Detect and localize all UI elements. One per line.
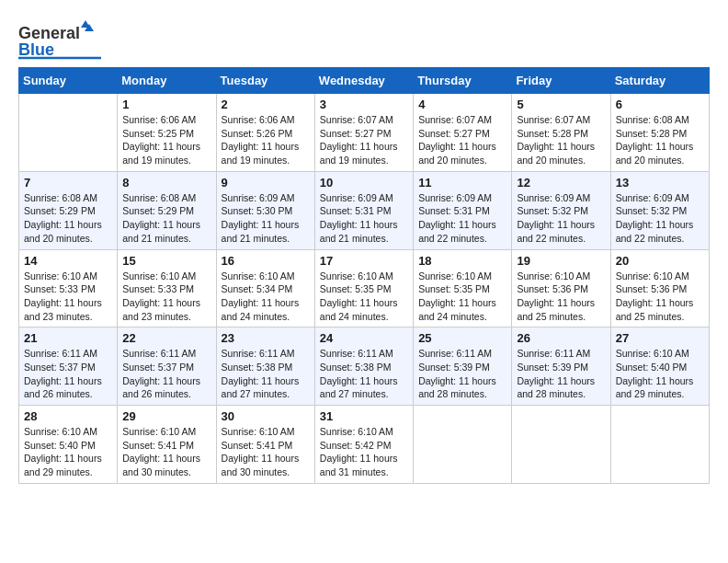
- calendar-cell: 6Sunrise: 6:08 AMSunset: 5:28 PMDaylight…: [610, 94, 709, 172]
- day-number: 11: [418, 176, 506, 190]
- calendar-cell: 4Sunrise: 6:07 AMSunset: 5:27 PMDaylight…: [414, 94, 512, 172]
- day-number: 28: [24, 409, 112, 423]
- day-number: 25: [418, 331, 506, 345]
- calendar-cell: 2Sunrise: 6:06 AMSunset: 5:26 PMDaylight…: [216, 94, 314, 172]
- svg-text:General: General: [18, 24, 80, 42]
- day-number: 26: [517, 331, 605, 345]
- day-info: Sunrise: 6:10 AMSunset: 5:34 PMDaylight:…: [222, 270, 310, 324]
- col-header-saturday: Saturday: [610, 68, 709, 94]
- page-header: General Blue: [18, 18, 710, 60]
- calendar-cell: 23Sunrise: 6:11 AMSunset: 5:38 PMDayligh…: [216, 327, 314, 406]
- day-info: Sunrise: 6:10 AMSunset: 5:33 PMDaylight:…: [122, 270, 210, 324]
- calendar-cell: 24Sunrise: 6:11 AMSunset: 5:38 PMDayligh…: [314, 327, 413, 406]
- day-number: 13: [616, 176, 704, 190]
- calendar-cell: [610, 406, 709, 484]
- calendar-cell: 17Sunrise: 6:10 AMSunset: 5:35 PMDayligh…: [314, 249, 413, 327]
- day-info: Sunrise: 6:07 AMSunset: 5:27 PMDaylight:…: [320, 113, 408, 167]
- day-info: Sunrise: 6:11 AMSunset: 5:39 PMDaylight:…: [517, 347, 605, 401]
- calendar-cell: [512, 406, 610, 484]
- day-number: 7: [24, 176, 112, 190]
- day-number: 21: [24, 331, 112, 345]
- day-number: 30: [222, 409, 310, 423]
- calendar-cell: 30Sunrise: 6:10 AMSunset: 5:41 PMDayligh…: [216, 406, 314, 484]
- day-number: 12: [517, 176, 605, 190]
- day-number: 6: [616, 98, 704, 111]
- day-info: Sunrise: 6:11 AMSunset: 5:37 PMDaylight:…: [122, 347, 210, 401]
- day-info: Sunrise: 6:08 AMSunset: 5:29 PMDaylight:…: [24, 191, 112, 246]
- day-number: 15: [122, 254, 210, 268]
- day-info: Sunrise: 6:11 AMSunset: 5:38 PMDaylight:…: [222, 347, 310, 401]
- day-number: 17: [320, 254, 408, 268]
- day-number: 31: [320, 409, 408, 423]
- calendar-header-row: SundayMondayTuesdayWednesdayThursdayFrid…: [19, 68, 710, 94]
- logo-svg: General Blue: [18, 18, 101, 60]
- calendar-cell: 3Sunrise: 6:07 AMSunset: 5:27 PMDaylight…: [314, 94, 413, 172]
- calendar-week-4: 21Sunrise: 6:11 AMSunset: 5:37 PMDayligh…: [19, 327, 710, 406]
- calendar-cell: 16Sunrise: 6:10 AMSunset: 5:34 PMDayligh…: [216, 249, 314, 327]
- day-number: 3: [320, 98, 408, 111]
- day-number: 18: [418, 254, 506, 268]
- calendar-cell: 14Sunrise: 6:10 AMSunset: 5:33 PMDayligh…: [19, 249, 118, 327]
- calendar-cell: 25Sunrise: 6:11 AMSunset: 5:39 PMDayligh…: [414, 327, 512, 406]
- calendar-week-2: 7Sunrise: 6:08 AMSunset: 5:29 PMDaylight…: [19, 171, 710, 249]
- calendar-cell: 15Sunrise: 6:10 AMSunset: 5:33 PMDayligh…: [118, 249, 216, 327]
- calendar-week-3: 14Sunrise: 6:10 AMSunset: 5:33 PMDayligh…: [19, 249, 710, 327]
- calendar-week-5: 28Sunrise: 6:10 AMSunset: 5:40 PMDayligh…: [19, 406, 710, 484]
- calendar-cell: 9Sunrise: 6:09 AMSunset: 5:30 PMDaylight…: [216, 171, 314, 249]
- day-number: 23: [222, 331, 310, 345]
- day-number: 10: [320, 176, 408, 190]
- day-info: Sunrise: 6:10 AMSunset: 5:36 PMDaylight:…: [616, 270, 704, 324]
- day-info: Sunrise: 6:10 AMSunset: 5:40 PMDaylight:…: [24, 425, 112, 479]
- calendar-cell: 13Sunrise: 6:09 AMSunset: 5:32 PMDayligh…: [610, 171, 709, 249]
- day-info: Sunrise: 6:10 AMSunset: 5:41 PMDaylight:…: [122, 425, 210, 479]
- calendar-cell: 12Sunrise: 6:09 AMSunset: 5:32 PMDayligh…: [512, 171, 610, 249]
- day-info: Sunrise: 6:08 AMSunset: 5:29 PMDaylight:…: [122, 191, 210, 246]
- day-number: 19: [517, 254, 605, 268]
- calendar-cell: 26Sunrise: 6:11 AMSunset: 5:39 PMDayligh…: [512, 327, 610, 406]
- calendar-cell: 18Sunrise: 6:10 AMSunset: 5:35 PMDayligh…: [414, 249, 512, 327]
- calendar-body: 1Sunrise: 6:06 AMSunset: 5:25 PMDaylight…: [19, 94, 710, 484]
- calendar-cell: [414, 406, 512, 484]
- calendar-cell: 11Sunrise: 6:09 AMSunset: 5:31 PMDayligh…: [414, 171, 512, 249]
- calendar-cell: 5Sunrise: 6:07 AMSunset: 5:28 PMDaylight…: [512, 94, 610, 172]
- calendar-cell: 28Sunrise: 6:10 AMSunset: 5:40 PMDayligh…: [19, 406, 118, 484]
- calendar-cell: 7Sunrise: 6:08 AMSunset: 5:29 PMDaylight…: [19, 171, 118, 249]
- day-info: Sunrise: 6:11 AMSunset: 5:38 PMDaylight:…: [320, 347, 408, 401]
- day-info: Sunrise: 6:06 AMSunset: 5:26 PMDaylight:…: [222, 113, 310, 167]
- day-number: 22: [122, 331, 210, 345]
- day-info: Sunrise: 6:11 AMSunset: 5:39 PMDaylight:…: [418, 347, 506, 401]
- calendar-cell: 8Sunrise: 6:08 AMSunset: 5:29 PMDaylight…: [118, 171, 216, 249]
- calendar-cell: 10Sunrise: 6:09 AMSunset: 5:31 PMDayligh…: [314, 171, 413, 249]
- day-info: Sunrise: 6:08 AMSunset: 5:28 PMDaylight:…: [616, 113, 704, 167]
- day-info: Sunrise: 6:09 AMSunset: 5:31 PMDaylight:…: [320, 191, 408, 246]
- calendar-table: SundayMondayTuesdayWednesdayThursdayFrid…: [18, 67, 710, 484]
- calendar-cell: 1Sunrise: 6:06 AMSunset: 5:25 PMDaylight…: [118, 94, 216, 172]
- day-number: 2: [222, 98, 310, 111]
- day-info: Sunrise: 6:10 AMSunset: 5:42 PMDaylight:…: [320, 425, 408, 479]
- day-info: Sunrise: 6:09 AMSunset: 5:32 PMDaylight:…: [517, 191, 605, 246]
- day-number: 9: [222, 176, 310, 190]
- day-info: Sunrise: 6:07 AMSunset: 5:27 PMDaylight:…: [418, 113, 506, 167]
- calendar-cell: 19Sunrise: 6:10 AMSunset: 5:36 PMDayligh…: [512, 249, 610, 327]
- col-header-friday: Friday: [512, 68, 610, 94]
- day-number: 8: [122, 176, 210, 190]
- day-info: Sunrise: 6:10 AMSunset: 5:36 PMDaylight:…: [517, 270, 605, 324]
- day-info: Sunrise: 6:10 AMSunset: 5:41 PMDaylight:…: [222, 425, 310, 479]
- logo: General Blue: [18, 18, 101, 60]
- day-number: 29: [122, 409, 210, 423]
- calendar-cell: 31Sunrise: 6:10 AMSunset: 5:42 PMDayligh…: [314, 406, 413, 484]
- calendar-cell: 22Sunrise: 6:11 AMSunset: 5:37 PMDayligh…: [118, 327, 216, 406]
- day-info: Sunrise: 6:11 AMSunset: 5:37 PMDaylight:…: [24, 347, 112, 401]
- day-info: Sunrise: 6:10 AMSunset: 5:35 PMDaylight:…: [418, 270, 506, 324]
- day-number: 5: [517, 98, 605, 111]
- day-number: 4: [418, 98, 506, 111]
- calendar-cell: [19, 94, 118, 172]
- col-header-wednesday: Wednesday: [314, 68, 413, 94]
- day-number: 20: [616, 254, 704, 268]
- day-number: 16: [222, 254, 310, 268]
- day-info: Sunrise: 6:09 AMSunset: 5:30 PMDaylight:…: [222, 191, 310, 246]
- calendar-week-1: 1Sunrise: 6:06 AMSunset: 5:25 PMDaylight…: [19, 94, 710, 172]
- day-info: Sunrise: 6:09 AMSunset: 5:32 PMDaylight:…: [616, 191, 704, 246]
- calendar-cell: 29Sunrise: 6:10 AMSunset: 5:41 PMDayligh…: [118, 406, 216, 484]
- col-header-monday: Monday: [118, 68, 216, 94]
